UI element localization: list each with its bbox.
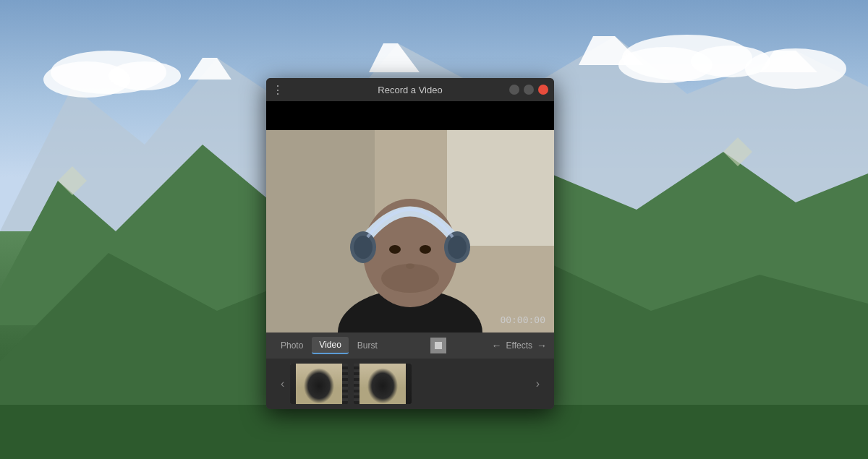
svg-point-28: [448, 236, 467, 259]
app-window: ⋮ Record a Video: [266, 78, 554, 409]
svg-point-9: [109, 61, 181, 90]
mode-tabs: Photo Video Burst: [273, 337, 385, 354]
effects-prev-arrow[interactable]: ←: [492, 340, 502, 351]
minimize-button[interactable]: [509, 85, 519, 95]
thumbnail-1[interactable]: [290, 364, 348, 404]
thumbnails-next-arrow[interactable]: ›: [536, 377, 540, 390]
controls-bar: Photo Video Burst ← Effects →: [266, 333, 554, 359]
window-title: Record a Video: [378, 85, 442, 95]
camera-feed: 00:00:00: [266, 130, 554, 333]
maximize-button[interactable]: [524, 85, 534, 95]
titlebar: ⋮ Record a Video: [266, 78, 554, 101]
close-button[interactable]: [538, 85, 548, 95]
tab-burst[interactable]: Burst: [350, 337, 385, 354]
thumbnail-2[interactable]: [354, 364, 412, 404]
thumbnails-list: [290, 364, 529, 404]
svg-rect-16: [0, 405, 868, 459]
svg-point-32: [381, 264, 439, 293]
tab-photo[interactable]: Photo: [273, 337, 310, 354]
thumbnail-1-preview: [296, 364, 342, 404]
video-area: 00:00:00: [266, 101, 554, 333]
thumbnails-prev-arrow[interactable]: ‹: [281, 377, 284, 390]
svg-point-30: [420, 245, 431, 254]
video-timestamp: 00:00:00: [500, 314, 545, 325]
svg-point-26: [354, 236, 373, 259]
svg-rect-21: [266, 130, 375, 333]
stop-button[interactable]: [430, 338, 446, 353]
svg-point-29: [389, 245, 401, 254]
menu-icon[interactable]: ⋮: [272, 83, 284, 97]
effects-next-arrow[interactable]: →: [537, 340, 547, 351]
black-bar-top: [266, 101, 554, 130]
effects-nav: ← Effects →: [492, 340, 547, 351]
thumbnails-bar: ‹ ›: [266, 359, 554, 409]
thumbnail-2-preview: [359, 364, 406, 404]
stop-icon: [435, 342, 442, 349]
camera-scene-svg: [266, 130, 554, 333]
effects-label: Effects: [506, 340, 532, 351]
svg-rect-20: [447, 130, 554, 246]
window-controls: [509, 85, 548, 95]
svg-point-13: [745, 48, 846, 89]
record-controls: [430, 338, 446, 353]
tab-video[interactable]: Video: [312, 337, 348, 354]
